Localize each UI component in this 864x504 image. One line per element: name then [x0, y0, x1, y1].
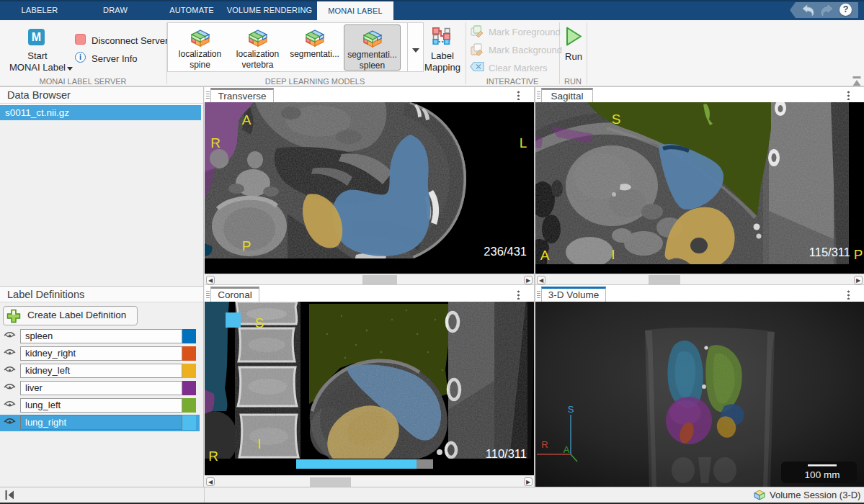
svg-text:S: S [612, 112, 621, 127]
svg-text:100 mm: 100 mm [805, 469, 840, 480]
svg-text:R: R [541, 439, 548, 450]
svg-text:P: P [242, 238, 251, 253]
svg-text:I: I [611, 247, 615, 262]
svg-text:R: R [210, 135, 221, 150]
svg-text:S: S [255, 315, 264, 330]
svg-text:P: P [854, 247, 863, 262]
svg-text:A: A [242, 112, 251, 127]
svg-text:110/311: 110/311 [486, 447, 527, 460]
svg-text:A: A [564, 444, 570, 455]
svg-text:I: I [257, 436, 261, 451]
svg-text:A: A [540, 248, 550, 263]
svg-text:236/431: 236/431 [484, 245, 527, 258]
svg-text:S: S [568, 404, 574, 415]
svg-text:R: R [208, 449, 218, 464]
svg-text:L: L [520, 135, 527, 150]
svg-text:115/311: 115/311 [809, 246, 850, 258]
